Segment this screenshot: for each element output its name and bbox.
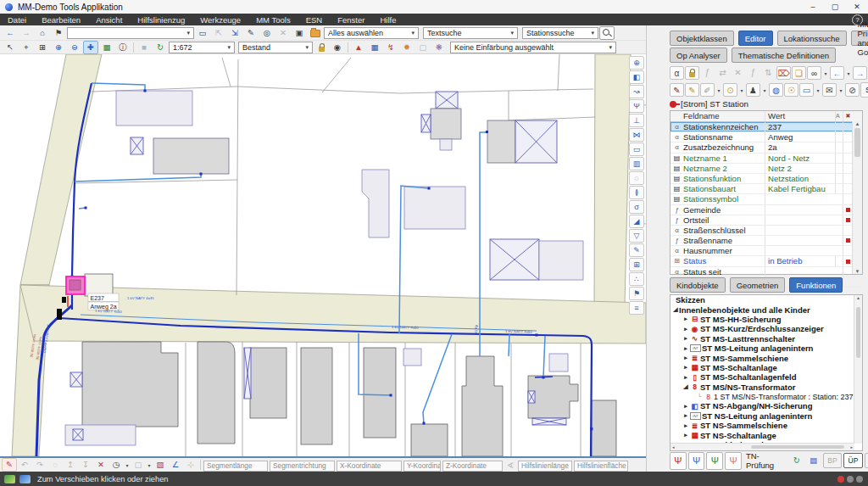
col-a[interactable]: A bbox=[836, 111, 843, 121]
coloring-combobox[interactable]: Keine Einfärbung ausgewählt bbox=[450, 42, 616, 53]
tn-network-icon-2[interactable]: Ψ bbox=[688, 452, 705, 470]
map-tool-icon-9[interactable]: ≬ bbox=[629, 186, 644, 199]
angle-icon[interactable]: ∠ bbox=[168, 458, 183, 472]
scroll-up-icon[interactable]: ▲ bbox=[855, 121, 860, 126]
tree-item-skizzen[interactable]: Skizzen bbox=[670, 295, 862, 304]
tree-item[interactable]: ▸⊟ST MS-HH-Sicherung bbox=[670, 315, 862, 324]
field-row[interactable]: αStationskennzeichen237 bbox=[670, 122, 862, 132]
field-row[interactable]: αStraßenschlüssel bbox=[670, 226, 862, 236]
menu-bearbeiten[interactable]: Bearbeiten bbox=[34, 14, 88, 25]
tree-item-transformator-child[interactable]: └81 ST MS/NS-Transformator : Station: 23… bbox=[670, 392, 862, 401]
tree-item[interactable]: ▸≣ST NS-Sammelschiene bbox=[670, 421, 862, 430]
draw-icon[interactable]: ✎ bbox=[243, 26, 259, 40]
folder-search-icon[interactable]: ❏ bbox=[792, 66, 806, 80]
tree-item-innenleben[interactable]: ◢Innenlebenobjekte und alle Kinder bbox=[670, 304, 862, 314]
hilfslinienflaeche-field[interactable]: Hilfslinienfläche bbox=[574, 461, 628, 472]
field-row[interactable]: αZusatzbezeichnung2a bbox=[670, 142, 862, 153]
back-icon[interactable]: ← bbox=[3, 26, 18, 40]
swirl-icon[interactable]: ❋ bbox=[431, 41, 447, 54]
tree-item[interactable]: ▸◉ST MS-Kurz/Erdschlussanzeiger bbox=[670, 324, 862, 333]
tab-op-analyser[interactable]: Op Analyser bbox=[670, 47, 727, 63]
field-row[interactable]: αHausnummer bbox=[670, 246, 862, 256]
function-icon[interactable]: ƒ bbox=[700, 66, 715, 80]
lock-icon[interactable] bbox=[314, 41, 329, 54]
move-down-icon[interactable]: ↧ bbox=[78, 458, 93, 472]
info-icon[interactable]: ⓘ bbox=[115, 41, 131, 54]
map-tool-icon-7[interactable]: ▥ bbox=[629, 157, 644, 170]
scroll-thumb[interactable] bbox=[751, 445, 844, 449]
history-icon[interactable]: ◷ bbox=[108, 458, 124, 472]
grid-scrollbar[interactable]: ▲▼ bbox=[852, 121, 862, 274]
tree-hscrollbar[interactable]: ◂▸ bbox=[670, 443, 854, 450]
tab-lokationssuche[interactable]: Lokationssuche bbox=[777, 31, 847, 46]
tree-item[interactable]: ▸▦ST NS-Schaltanlage bbox=[670, 430, 862, 439]
tree-item[interactable]: ▸▯ST MS-Schaltanlagenfeld bbox=[670, 372, 862, 382]
field-row[interactable]: ƒOrtsteil bbox=[670, 215, 862, 226]
tn-network-icon-1[interactable]: Ψ bbox=[670, 452, 687, 470]
zoom-in-icon[interactable]: ⊕ bbox=[51, 41, 66, 54]
tab-objektklassen[interactable]: Objektklassen bbox=[670, 31, 734, 46]
refresh-icon[interactable]: ↻ bbox=[153, 41, 168, 54]
x-koordinate-field[interactable]: X-Koordinate bbox=[337, 461, 402, 472]
text-lock-icon[interactable]: α bbox=[670, 66, 684, 80]
grid-icon[interactable]: ▦ bbox=[367, 41, 382, 54]
map-tool-icon-17[interactable]: ≡ bbox=[629, 301, 644, 315]
hilfslinienlaenge-field[interactable]: Hilfslinienlänge bbox=[518, 461, 572, 472]
dotted-icon[interactable]: ▢ bbox=[415, 41, 431, 54]
map-tool-icon-2[interactable]: ↝ bbox=[629, 85, 644, 98]
tree-item[interactable]: ▸▦ST MS-Schaltanlage bbox=[670, 363, 862, 372]
shape-dropdown[interactable]: ▾ bbox=[146, 458, 153, 472]
help-circle-icon[interactable]: ⊘ bbox=[845, 83, 860, 97]
menu-ansicht[interactable]: Ansicht bbox=[88, 14, 130, 25]
undo-icon[interactable]: ↶ bbox=[17, 458, 32, 472]
scroll-up-icon[interactable]: ▲ bbox=[856, 295, 860, 300]
flame-icon[interactable]: ▲ bbox=[351, 41, 366, 54]
close-button[interactable]: ✕ bbox=[846, 0, 868, 14]
field-row[interactable]: ▤StationsfunktionNetzstation bbox=[670, 174, 862, 184]
flash-icon[interactable]: ↯ bbox=[383, 41, 398, 54]
field-row[interactable]: ⊞Statusin Betrieb bbox=[670, 256, 862, 266]
snap-point-icon[interactable]: ⌖ bbox=[19, 41, 34, 54]
delete-point-icon[interactable]: ✕ bbox=[93, 458, 108, 472]
tn-document-icon[interactable]: ▤ bbox=[806, 454, 821, 467]
tile-windows-icon[interactable]: ▣ bbox=[292, 26, 307, 40]
bookmark-icon[interactable]: ⚑ bbox=[51, 26, 66, 40]
tab-kindobjekte[interactable]: Kindobjekte bbox=[670, 277, 726, 293]
map-tool-icon-1[interactable]: ◧ bbox=[629, 70, 644, 84]
snap-edge-icon[interactable]: ⊞ bbox=[35, 41, 50, 54]
eraser-icon[interactable]: ⌦ bbox=[776, 66, 791, 80]
lasso-icon[interactable]: ◌ bbox=[47, 458, 63, 472]
scroll-thumb[interactable] bbox=[856, 307, 860, 358]
lock-icon[interactable] bbox=[685, 66, 699, 80]
segmentlaenge-field[interactable]: Segmentlänge bbox=[203, 461, 268, 472]
stop-icon[interactable]: ■ bbox=[136, 41, 152, 54]
clear-selection-icon[interactable]: ✕ bbox=[275, 26, 291, 40]
map-tool-icon-5[interactable]: ⋈ bbox=[629, 128, 644, 142]
edit-pencil2-icon[interactable]: ✎ bbox=[685, 83, 699, 97]
menu-esn[interactable]: ESN bbox=[298, 14, 331, 25]
menu-werkzeuge[interactable]: Werkzeuge bbox=[192, 14, 248, 25]
menu-fenster[interactable]: Fenster bbox=[330, 14, 372, 25]
scroll-right-icon[interactable]: ▸ bbox=[850, 444, 853, 450]
zoom-previous-icon[interactable]: ⇱ bbox=[211, 26, 226, 40]
scale-combobox[interactable]: 1:672 bbox=[169, 42, 235, 53]
map-canvas[interactable]: E237 Anweg 2a 1 kV NAYY 4x50 1 kV NAYY 4… bbox=[0, 54, 646, 456]
monitor-icon[interactable]: ▭ bbox=[799, 83, 814, 97]
binoculars-icon[interactable]: ∞ bbox=[807, 66, 821, 80]
field-row[interactable]: ▤Stationssymbol bbox=[670, 194, 862, 204]
field-row[interactable]: αStationsnameAnweg bbox=[670, 132, 862, 142]
search-button[interactable] bbox=[599, 26, 615, 40]
col-wert[interactable]: Wert bbox=[765, 111, 836, 121]
scroll-thumb[interactable] bbox=[854, 128, 860, 157]
zoom-selection-icon[interactable]: ⇲ bbox=[227, 26, 242, 40]
function-apply-icon[interactable]: ƒ bbox=[746, 66, 760, 80]
map-tool-icon-0[interactable]: ⊕ bbox=[629, 56, 644, 70]
binoculars-dropdown[interactable]: ▾ bbox=[822, 66, 829, 80]
tree-item[interactable]: ◢8ST MS/NS-Transformator bbox=[670, 383, 862, 392]
edit-pencil-icon[interactable]: ✎ bbox=[670, 83, 684, 97]
address-combobox[interactable] bbox=[67, 27, 194, 39]
person-icon[interactable]: ♟ bbox=[746, 83, 760, 97]
bp-button[interactable]: BP bbox=[823, 453, 843, 468]
scroll-left-icon[interactable]: ◂ bbox=[672, 444, 675, 450]
field-row[interactable]: ƒGemeinde bbox=[670, 205, 862, 215]
